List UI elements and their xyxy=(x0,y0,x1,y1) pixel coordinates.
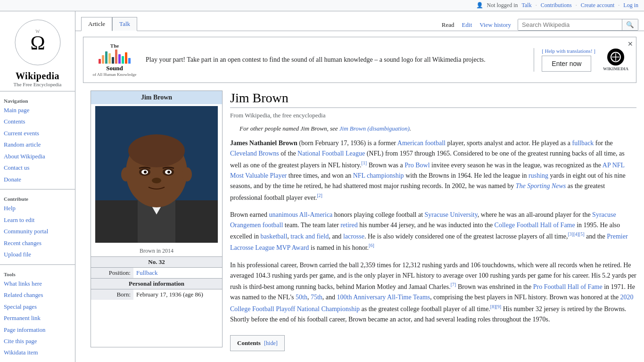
ref-7[interactable]: [7] xyxy=(451,282,456,287)
ref-1[interactable]: [1] xyxy=(362,160,367,165)
nfl-50th-link[interactable]: 50th xyxy=(296,294,307,301)
paragraph-2: Brown earned unanimous All-America honor… xyxy=(230,210,636,254)
infobox-born-row: Born: February 17, 1936 (age 86) xyxy=(91,289,222,300)
sidebar-item-main-page[interactable]: Main page xyxy=(0,105,75,116)
contents-hide-button[interactable]: [hide] xyxy=(264,340,278,346)
infobox-position-value: Fullback xyxy=(133,268,161,278)
svg-point-17 xyxy=(152,178,161,183)
tab-talk[interactable]: Talk xyxy=(112,17,137,31)
sidebar-item-donate[interactable]: Donate xyxy=(0,174,75,185)
nfl-link[interactable]: National Football League xyxy=(297,150,365,157)
retired-link[interactable]: retired xyxy=(340,222,358,229)
action-read[interactable]: Read xyxy=(441,19,455,31)
rushing-link[interactable]: rushing xyxy=(528,172,548,179)
all-america-link[interactable]: unanimous All-America xyxy=(269,211,332,218)
ref-2[interactable]: [2] xyxy=(317,193,322,198)
sidebar-navigation: Navigation Main page Contents Current ev… xyxy=(0,93,75,187)
bar-4 xyxy=(108,53,111,64)
pro-bowl-link[interactable]: Pro Bowl xyxy=(405,161,429,168)
infobox-caption: Brown in 2014 xyxy=(91,247,222,256)
sidebar-item-related-changes[interactable]: Related changes xyxy=(0,289,75,301)
sidebar-item-contact[interactable]: Contact us xyxy=(0,162,75,173)
sidebar-item-community-portal[interactable]: Community portal xyxy=(0,226,75,237)
help-translations[interactable]: [ Help with translations! ] xyxy=(542,48,595,54)
sidebar-item-about[interactable]: About Wikipedia xyxy=(0,151,75,162)
sidebar: Ω W Wikipedia The Free Encyclopedia Navi… xyxy=(0,11,75,362)
action-view-history[interactable]: View history xyxy=(479,19,512,31)
contributions-link[interactable]: Contributions xyxy=(541,2,572,9)
bar-8 xyxy=(122,56,124,64)
paragraph-1: James Nathaniel Brown (born February 17,… xyxy=(230,138,636,203)
user-icon: 👤 xyxy=(476,2,483,9)
talk-link[interactable]: Talk xyxy=(522,2,532,9)
action-edit[interactable]: Edit xyxy=(461,19,473,31)
svg-text:Ω: Ω xyxy=(30,32,45,54)
sidebar-item-learn-to-edit[interactable]: Learn to edit xyxy=(0,214,75,226)
lacrosse-link[interactable]: lacrosse xyxy=(343,233,364,240)
search-form: 🔍 xyxy=(518,19,638,31)
sidebar-item-recent-changes[interactable]: Recent changes xyxy=(0,238,75,249)
track-link[interactable]: track and field xyxy=(290,233,329,240)
banner-right: [ Help with translations! ] Enter now WI… xyxy=(534,48,628,72)
cfp-link[interactable]: 2020 College Football Playoff National C… xyxy=(230,294,634,312)
svg-point-15 xyxy=(144,171,147,173)
log-in-link[interactable]: Log in xyxy=(623,2,638,9)
banner-text: Play your part! Take part in an open con… xyxy=(146,56,534,64)
sidebar-item-help[interactable]: Help xyxy=(0,203,75,214)
search-button[interactable]: 🔍 xyxy=(622,19,638,30)
ref-6[interactable]: [6] xyxy=(369,243,374,248)
svg-point-16 xyxy=(167,171,170,173)
ref-89[interactable]: [8][9] xyxy=(490,304,501,309)
sidebar-item-wikidata[interactable]: Wikidata item xyxy=(0,347,75,358)
sidebar-item-upload-file[interactable]: Upload file xyxy=(0,249,75,260)
wikimedia-logo-circle xyxy=(607,49,624,66)
wiki-logo: Ω W xyxy=(0,15,75,70)
basketball-link[interactable]: basketball xyxy=(261,233,288,240)
cleveland-browns-link[interactable]: Cleveland Browns xyxy=(230,150,279,157)
sidebar-item-random-article[interactable]: Random article xyxy=(0,139,75,150)
bar-2 xyxy=(102,55,104,64)
sidebar-item-contents[interactable]: Contents xyxy=(0,116,75,127)
tab-article[interactable]: Article xyxy=(81,17,112,31)
create-account-link[interactable]: Create account xyxy=(581,2,615,9)
page-title: Jim Brown xyxy=(230,90,636,108)
tab-bar: Article Talk Read Edit View history 🔍 xyxy=(75,11,644,31)
ref-3[interactable]: [3][4][5] xyxy=(568,231,585,237)
sidebar-item-what-links[interactable]: What links here xyxy=(0,278,75,289)
bar-7 xyxy=(118,54,121,64)
content-wrapper: Article Talk Read Edit View history 🔍 xyxy=(75,11,644,362)
bar-10 xyxy=(128,58,131,64)
wiki-title: Wikipedia xyxy=(0,71,75,82)
banner-close-button[interactable]: ✕ xyxy=(627,40,633,48)
nfl-75th-link[interactable]: 75th xyxy=(311,294,322,301)
banner-logo: The xyxy=(91,43,138,77)
tabs-right: Read Edit View history 🔍 xyxy=(441,19,638,31)
fullback-link[interactable]: fullback xyxy=(572,140,594,147)
cfhof-link[interactable]: College Football Hall of Fame xyxy=(495,222,575,229)
infobox-image xyxy=(91,104,222,247)
infobox-number: No. 32 xyxy=(91,256,222,267)
infobox-position-row: Position: Fullback xyxy=(91,267,222,278)
infobox: Jim Brown xyxy=(91,90,223,347)
sidebar-item-page-info[interactable]: Page information xyxy=(0,324,75,336)
pfhof-link[interactable]: Pro Football Hall of Fame xyxy=(533,283,603,290)
sound-subtitle: of All Human Knowledge xyxy=(92,72,136,77)
nfl-championship-link[interactable]: NFL championship xyxy=(353,172,404,179)
contents-title: Contents xyxy=(237,339,261,346)
sidebar-item-special-pages[interactable]: Special pages xyxy=(0,301,75,313)
sidebar-item-cite[interactable]: Cite this page xyxy=(0,336,75,347)
svg-point-10 xyxy=(128,134,185,167)
syracuse-link[interactable]: Syracuse University xyxy=(425,211,478,218)
infobox-title: Jim Brown xyxy=(91,91,222,104)
banner-right-inner: [ Help with translations! ] Enter now xyxy=(542,48,595,72)
sidebar-item-current-events[interactable]: Current events xyxy=(0,128,75,139)
disambiguation-link[interactable]: Jim Brown (disambiguation) xyxy=(339,125,410,132)
enter-now-button[interactable]: Enter now xyxy=(542,56,591,72)
search-input[interactable] xyxy=(518,19,622,30)
american-football-link[interactable]: American football xyxy=(397,140,446,147)
layout: Ω W Wikipedia The Free Encyclopedia Navi… xyxy=(0,11,644,362)
sporting-news-link[interactable]: The Sporting News xyxy=(516,182,566,189)
bar-5 xyxy=(112,57,114,64)
nfl-100th-link[interactable]: 100th Anniversary All-Time Teams xyxy=(337,294,430,301)
sidebar-item-permanent-link[interactable]: Permanent link xyxy=(0,313,75,324)
